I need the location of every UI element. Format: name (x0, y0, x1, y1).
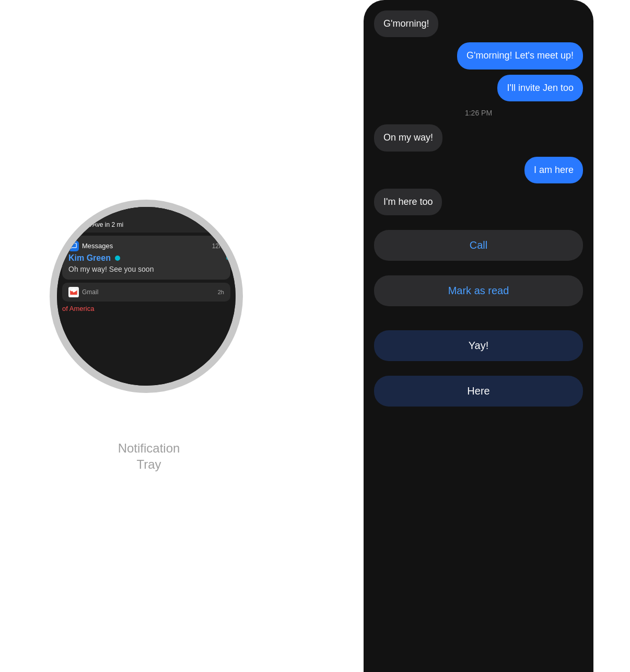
gmail-left: M Gmail (68, 287, 98, 297)
chat-container: G'morning! G'morning! Let's meet up! I'l… (374, 5, 583, 412)
bubble-i-am-here: I am here (524, 157, 583, 183)
phone-screen: G'morning! G'morning! Let's meet up! I'l… (364, 0, 593, 672)
spacer2 (374, 266, 583, 270)
timestamp-126pm: 1:26 PM (374, 109, 583, 117)
messages-app-icon (68, 241, 79, 251)
gmail-icon: M (68, 287, 79, 297)
yay-suggestion-button[interactable]: Yay! (374, 330, 583, 361)
gmail-app-name: Gmail (82, 288, 98, 296)
here-suggestion-button[interactable]: Here (374, 376, 583, 407)
sender-name: Kim Green (68, 253, 111, 263)
gmail-notification-card[interactable]: M Gmail 2h (62, 283, 230, 302)
mark-as-read-button[interactable]: Mark as read (374, 275, 583, 306)
bubble-im-here-too: I'm here too (374, 189, 442, 215)
bank-text: of America (57, 304, 236, 316)
notification-tray-label: NotificationTray (118, 440, 180, 472)
notif-icon-label: Messages (68, 241, 113, 251)
message-icon-svg (70, 242, 77, 250)
nav-text-distance: onto 21st Ave in 2 mi (65, 221, 227, 228)
spacer4 (374, 321, 583, 325)
bubble-on-my-way: On my way! (374, 124, 442, 151)
connector (226, 255, 236, 260)
connector-dot (226, 255, 231, 260)
connector-line (231, 258, 236, 258)
notif-app-name: Messages (82, 242, 113, 250)
unread-dot (115, 256, 120, 261)
spacer5 (374, 366, 583, 370)
call-action-button[interactable]: Call (374, 230, 583, 261)
watch-screen: I'm right onto 21st Ave in 2 mi Messages (57, 207, 236, 386)
watch-circle: I'm right onto 21st Ave in 2 mi Messages (50, 200, 243, 393)
notif-message: Oh my way! See you soon (68, 264, 224, 275)
spacer3 (374, 311, 583, 316)
watch-container: I'm right onto 21st Ave in 2 mi Messages (50, 200, 248, 419)
bubble-gmorning-received: G'morning! (374, 10, 438, 37)
right-section: G'morning! G'morning! Let's meet up! I'l… (327, 0, 630, 672)
nav-bar: I'm right onto 21st Ave in 2 mi (57, 207, 236, 233)
notif-sender: Kim Green (68, 253, 224, 263)
nav-text-turn: I'm right (65, 212, 227, 220)
bubble-invite-jen: I'll invite Jen too (497, 75, 583, 101)
notif-header: Messages 12m (68, 241, 224, 251)
left-section: I'm right onto 21st Ave in 2 mi Messages (0, 0, 298, 672)
spacer1 (374, 221, 583, 225)
bubble-gmorning-sent: G'morning! Let's meet up! (457, 42, 583, 69)
svg-text:M: M (70, 291, 73, 295)
notif-time: 12m (212, 242, 224, 250)
messages-notification-card[interactable]: Messages 12m Kim Green Oh my way! See yo… (62, 236, 230, 280)
gmail-time: 2h (218, 289, 224, 295)
